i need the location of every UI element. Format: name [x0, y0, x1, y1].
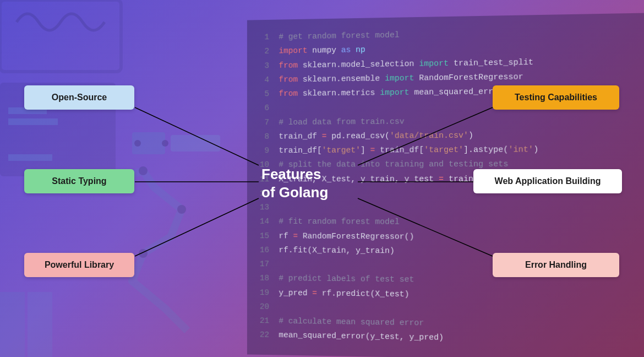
title-line1: Features: [261, 165, 328, 183]
feature-error-handling: Error Handling: [493, 253, 619, 277]
svg-point-7: [134, 140, 141, 147]
feature-static-typing: Static Typing: [24, 169, 134, 193]
svg-rect-3: [8, 118, 58, 125]
svg-rect-4: [8, 154, 52, 161]
svg-rect-6: [171, 135, 220, 152]
svg-rect-12: [0, 292, 25, 357]
feature-open-source: Open-Source: [24, 85, 134, 110]
feature-web-application-building: Web Application Building: [473, 169, 622, 193]
svg-point-8: [162, 140, 168, 147]
svg-point-10: [177, 205, 186, 214]
feature-testing-capabilities: Testing Capabilities: [493, 85, 619, 110]
diagram-center-title: Features of Golang: [261, 165, 328, 201]
svg-point-11: [139, 249, 148, 258]
svg-rect-13: [28, 292, 52, 357]
feature-powerful-library: Powerful Library: [24, 253, 134, 277]
svg-point-9: [139, 166, 148, 175]
title-line2: of Golang: [261, 183, 328, 202]
svg-rect-0: [0, 0, 121, 72]
